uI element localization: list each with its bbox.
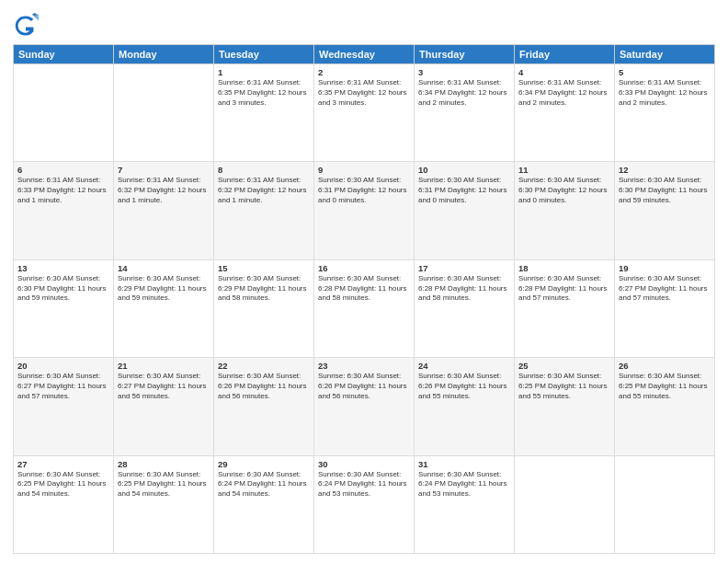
calendar-cell: 1Sunrise: 6:31 AM Sunset: 6:35 PM Daylig…: [214, 64, 314, 162]
calendar-cell: 18Sunrise: 6:30 AM Sunset: 6:28 PM Dayli…: [515, 259, 615, 357]
day-number: 30: [318, 459, 410, 469]
calendar-cell: 9Sunrise: 6:30 AM Sunset: 6:31 PM Daylig…: [314, 162, 415, 259]
day-info: Sunrise: 6:30 AM Sunset: 6:27 PM Dayligh…: [118, 372, 210, 401]
calendar-cell: 23Sunrise: 6:30 AM Sunset: 6:26 PM Dayli…: [314, 358, 415, 455]
day-number: 29: [218, 459, 310, 469]
calendar-cell: 27Sunrise: 6:30 AM Sunset: 6:25 PM Dayli…: [14, 455, 114, 553]
day-info: Sunrise: 6:30 AM Sunset: 6:26 PM Dayligh…: [218, 372, 310, 401]
day-info: Sunrise: 6:30 AM Sunset: 6:27 PM Dayligh…: [619, 274, 711, 304]
day-number: 7: [118, 165, 210, 175]
calendar-cell: 4Sunrise: 6:31 AM Sunset: 6:34 PM Daylig…: [515, 64, 615, 162]
weekday-header: Wednesday: [314, 45, 415, 64]
calendar-week-row: 20Sunrise: 6:30 AM Sunset: 6:27 PM Dayli…: [14, 358, 715, 455]
logo-icon: [13, 13, 39, 39]
day-info: Sunrise: 6:30 AM Sunset: 6:28 PM Dayligh…: [418, 274, 510, 304]
calendar-cell: [615, 455, 715, 553]
calendar-week-row: 27Sunrise: 6:30 AM Sunset: 6:25 PM Dayli…: [14, 455, 715, 553]
day-number: 21: [118, 361, 210, 371]
day-number: 17: [418, 263, 510, 273]
header: [13, 9, 715, 39]
calendar-cell: 16Sunrise: 6:30 AM Sunset: 6:28 PM Dayli…: [314, 259, 415, 357]
weekday-header: Friday: [515, 45, 615, 64]
day-number: 28: [118, 459, 210, 469]
calendar-cell: 20Sunrise: 6:30 AM Sunset: 6:27 PM Dayli…: [14, 358, 114, 455]
calendar-cell: 7Sunrise: 6:31 AM Sunset: 6:32 PM Daylig…: [114, 162, 214, 259]
day-number: 19: [619, 263, 711, 273]
day-number: 25: [518, 361, 610, 371]
calendar-cell: [114, 64, 214, 162]
day-info: Sunrise: 6:31 AM Sunset: 6:32 PM Dayligh…: [118, 176, 210, 205]
calendar-cell: 24Sunrise: 6:30 AM Sunset: 6:26 PM Dayli…: [415, 358, 515, 455]
day-info: Sunrise: 6:30 AM Sunset: 6:24 PM Dayligh…: [218, 470, 310, 500]
weekday-header-row: SundayMondayTuesdayWednesdayThursdayFrid…: [14, 45, 715, 64]
day-info: Sunrise: 6:31 AM Sunset: 6:33 PM Dayligh…: [619, 78, 711, 108]
day-info: Sunrise: 6:31 AM Sunset: 6:34 PM Dayligh…: [518, 78, 610, 108]
calendar-cell: [515, 455, 615, 553]
day-number: 10: [418, 165, 510, 175]
day-number: 27: [17, 459, 109, 469]
weekday-header: Saturday: [615, 45, 715, 64]
calendar-cell: 2Sunrise: 6:31 AM Sunset: 6:35 PM Daylig…: [314, 64, 415, 162]
logo: [13, 13, 42, 39]
calendar-cell: 12Sunrise: 6:30 AM Sunset: 6:30 PM Dayli…: [615, 162, 715, 259]
day-info: Sunrise: 6:30 AM Sunset: 6:29 PM Dayligh…: [118, 274, 210, 304]
day-info: Sunrise: 6:31 AM Sunset: 6:35 PM Dayligh…: [218, 78, 310, 108]
day-info: Sunrise: 6:30 AM Sunset: 6:28 PM Dayligh…: [318, 274, 410, 304]
day-number: 20: [17, 361, 109, 371]
day-info: Sunrise: 6:30 AM Sunset: 6:31 PM Dayligh…: [418, 176, 510, 205]
calendar-cell: [14, 64, 114, 162]
calendar-table: SundayMondayTuesdayWednesdayThursdayFrid…: [13, 44, 715, 554]
page: SundayMondayTuesdayWednesdayThursdayFrid…: [0, 0, 728, 563]
calendar-cell: 13Sunrise: 6:30 AM Sunset: 6:30 PM Dayli…: [14, 259, 114, 357]
weekday-header: Tuesday: [214, 45, 314, 64]
day-info: Sunrise: 6:30 AM Sunset: 6:26 PM Dayligh…: [418, 372, 510, 401]
day-number: 1: [218, 67, 310, 77]
day-info: Sunrise: 6:30 AM Sunset: 6:26 PM Dayligh…: [318, 372, 410, 401]
day-number: 2: [318, 67, 410, 77]
calendar-cell: 28Sunrise: 6:30 AM Sunset: 6:25 PM Dayli…: [114, 455, 214, 553]
calendar-week-row: 6Sunrise: 6:31 AM Sunset: 6:33 PM Daylig…: [14, 162, 715, 259]
calendar-cell: 11Sunrise: 6:30 AM Sunset: 6:30 PM Dayli…: [515, 162, 615, 259]
day-info: Sunrise: 6:30 AM Sunset: 6:30 PM Dayligh…: [619, 176, 711, 205]
day-number: 31: [418, 459, 510, 469]
weekday-header: Sunday: [14, 45, 114, 64]
weekday-header: Monday: [114, 45, 214, 64]
day-number: 11: [518, 165, 610, 175]
day-info: Sunrise: 6:30 AM Sunset: 6:24 PM Dayligh…: [318, 470, 410, 500]
calendar-cell: 31Sunrise: 6:30 AM Sunset: 6:24 PM Dayli…: [415, 455, 515, 553]
day-info: Sunrise: 6:30 AM Sunset: 6:24 PM Dayligh…: [418, 470, 510, 500]
day-info: Sunrise: 6:30 AM Sunset: 6:30 PM Dayligh…: [17, 274, 109, 304]
calendar-cell: 30Sunrise: 6:30 AM Sunset: 6:24 PM Dayli…: [314, 455, 415, 553]
day-info: Sunrise: 6:30 AM Sunset: 6:28 PM Dayligh…: [518, 274, 610, 304]
day-number: 15: [218, 263, 310, 273]
weekday-header: Thursday: [415, 45, 515, 64]
calendar-cell: 19Sunrise: 6:30 AM Sunset: 6:27 PM Dayli…: [615, 259, 715, 357]
day-info: Sunrise: 6:30 AM Sunset: 6:25 PM Dayligh…: [118, 470, 210, 500]
calendar-cell: 25Sunrise: 6:30 AM Sunset: 6:25 PM Dayli…: [515, 358, 615, 455]
calendar-cell: 10Sunrise: 6:30 AM Sunset: 6:31 PM Dayli…: [415, 162, 515, 259]
day-info: Sunrise: 6:30 AM Sunset: 6:27 PM Dayligh…: [17, 372, 109, 401]
calendar-week-row: 1Sunrise: 6:31 AM Sunset: 6:35 PM Daylig…: [14, 64, 715, 162]
calendar-week-row: 13Sunrise: 6:30 AM Sunset: 6:30 PM Dayli…: [14, 259, 715, 357]
calendar-cell: 6Sunrise: 6:31 AM Sunset: 6:33 PM Daylig…: [14, 162, 114, 259]
calendar-cell: 3Sunrise: 6:31 AM Sunset: 6:34 PM Daylig…: [415, 64, 515, 162]
calendar-cell: 29Sunrise: 6:30 AM Sunset: 6:24 PM Dayli…: [214, 455, 314, 553]
day-number: 13: [17, 263, 109, 273]
calendar-cell: 26Sunrise: 6:30 AM Sunset: 6:25 PM Dayli…: [615, 358, 715, 455]
day-number: 12: [619, 165, 711, 175]
day-number: 16: [318, 263, 410, 273]
day-number: 23: [318, 361, 410, 371]
calendar-cell: 5Sunrise: 6:31 AM Sunset: 6:33 PM Daylig…: [615, 64, 715, 162]
day-info: Sunrise: 6:30 AM Sunset: 6:30 PM Dayligh…: [518, 176, 610, 205]
day-number: 24: [418, 361, 510, 371]
day-info: Sunrise: 6:30 AM Sunset: 6:29 PM Dayligh…: [218, 274, 310, 304]
calendar-cell: 17Sunrise: 6:30 AM Sunset: 6:28 PM Dayli…: [415, 259, 515, 357]
day-number: 26: [619, 361, 711, 371]
day-info: Sunrise: 6:31 AM Sunset: 6:32 PM Dayligh…: [218, 176, 310, 205]
day-number: 5: [619, 67, 711, 77]
day-info: Sunrise: 6:30 AM Sunset: 6:25 PM Dayligh…: [619, 372, 711, 401]
calendar-cell: 14Sunrise: 6:30 AM Sunset: 6:29 PM Dayli…: [114, 259, 214, 357]
day-number: 14: [118, 263, 210, 273]
day-info: Sunrise: 6:30 AM Sunset: 6:31 PM Dayligh…: [318, 176, 410, 205]
day-number: 4: [518, 67, 610, 77]
